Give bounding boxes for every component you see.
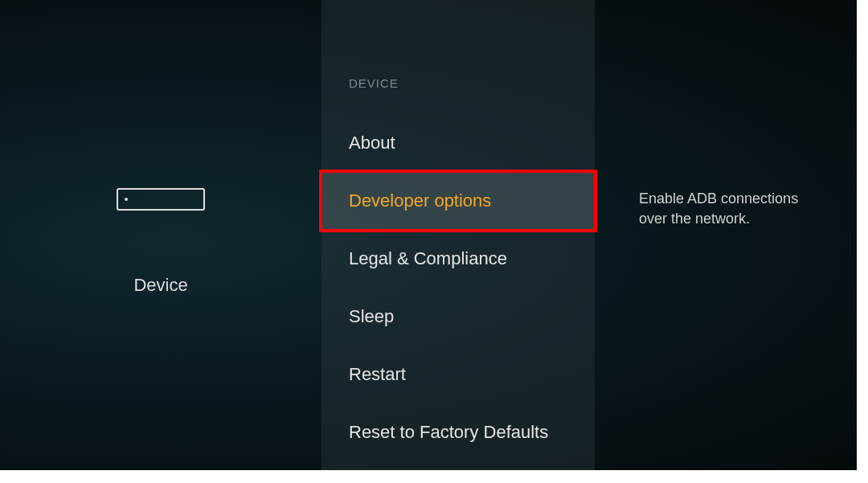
menu-item-label: Legal & Compliance	[349, 248, 507, 268]
menu-item-label: Sleep	[349, 306, 394, 326]
device-category-label: Device	[133, 275, 187, 296]
description-panel: Enable ADB connections over the network.	[595, 0, 868, 483]
menu-panel: DEVICE About Developer options Legal & C…	[321, 0, 595, 483]
menu-item-sleep[interactable]: Sleep	[321, 288, 595, 346]
item-description: Enable ADB connections over the network.	[639, 189, 828, 229]
menu-item-reset-factory[interactable]: Reset to Factory Defaults	[321, 403, 595, 461]
left-panel: Device	[0, 0, 321, 483]
menu-item-about[interactable]: About	[321, 114, 595, 172]
bottom-whitespace	[0, 470, 868, 483]
section-header: DEVICE	[321, 76, 595, 90]
menu-item-legal-compliance[interactable]: Legal & Compliance	[321, 230, 595, 288]
device-icon	[117, 188, 205, 211]
menu-item-restart[interactable]: Restart	[321, 346, 595, 403]
settings-screen: Device DEVICE About Developer options Le…	[0, 0, 868, 483]
menu-item-label: Developer options	[349, 190, 491, 211]
right-whitespace	[857, 0, 868, 483]
device-icon-dot	[125, 198, 128, 201]
menu-item-label: Restart	[349, 364, 406, 384]
menu-item-developer-options[interactable]: Developer options	[321, 172, 595, 230]
menu-item-label: Reset to Factory Defaults	[349, 422, 548, 442]
menu-item-label: About	[349, 133, 395, 153]
